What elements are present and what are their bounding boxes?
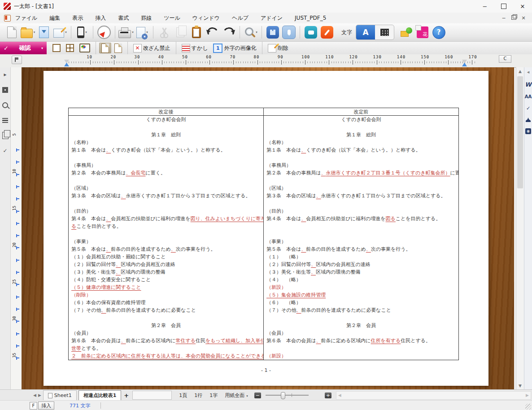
line-tick-icon [16,283,20,286]
tab-scroll-right-icon[interactable]: ▶ [38,393,41,397]
print-dropdown-icon[interactable]: ▾ [132,31,134,34]
maximize-button[interactable] [494,0,513,13]
open-dropdown-icon[interactable]: ▾ [34,31,35,34]
watermark-button[interactable]: すかし [179,43,210,53]
menu-file[interactable]: ファイル [15,14,37,22]
vertical-ruler[interactable]: 5101520253035 [11,67,22,389]
horizontal-ruler[interactable]: 1020304050607080901001101201301401501601… [0,54,532,68]
comment-button[interactable] [303,25,318,40]
clover-icon[interactable]: ❋ [525,128,531,134]
horizontal-scrollbar[interactable]: ◀ ▶ [336,391,531,400]
mode-switch-group: A [356,25,394,40]
viewer-button[interactable]: ▾ [74,25,90,40]
add-sheet-button[interactable]: + [124,392,129,399]
line-tick-icon [16,173,20,176]
left-tool-strip: ▸ ✓ [0,67,11,389]
document-page[interactable]: 改定後改定前くすのき町会会則くすのき町会会則第１章 総則第１章 総則（名称）（名… [44,71,488,386]
undo-button[interactable] [205,25,220,40]
table-cell: くすのき町会会則 [69,116,264,124]
doc-minimize-button[interactable]: − [499,15,509,21]
scroll-left-icon[interactable]: ◀ [338,393,341,397]
print-button[interactable]: ▾ [118,25,134,40]
menu-edit[interactable]: 編集 [49,14,60,22]
zoom-out-button[interactable]: − [254,393,261,398]
search-icon[interactable] [2,101,9,109]
tab-scroll-left-icon[interactable]: ◀ [33,393,36,397]
page-plain-button[interactable] [112,43,124,53]
shape-tool-button[interactable] [399,25,414,40]
expand-panel-icon[interactable]: ▸ [2,71,9,78]
ruler-c-button[interactable]: C [499,55,511,63]
zoom-icon [244,27,255,38]
print-settings-dropdown-icon[interactable]: ▾ [146,31,148,34]
doc-restore-button[interactable] [509,15,519,21]
paste-button[interactable] [189,25,204,40]
open-file-button[interactable]: ▾ [20,25,35,40]
hanako-button[interactable] [415,25,430,40]
delete-button[interactable]: 削除 [266,43,291,53]
close-button[interactable]: ✕ [513,0,532,13]
check-tool-icon[interactable]: ✓ [2,147,9,154]
menu-border[interactable]: 罫線 [141,14,152,22]
scroll-up-icon[interactable]: ▲ [516,67,524,75]
internet-button[interactable] [265,25,280,40]
tamper-protection-button[interactable]: 改ざん禁止 [131,43,173,53]
presentation-view-button[interactable] [77,43,92,53]
save-as-button[interactable]: ▾ [52,25,68,40]
collapse-panel-icon[interactable]: ◂ [527,69,530,75]
marker-button[interactable] [319,25,335,40]
page-layout-button[interactable] [99,43,111,53]
char-count: 771 文字 [70,402,91,409]
scroll-down-icon[interactable]: ▼ [516,382,524,389]
toolbar-separator [240,26,240,39]
zoom-slider[interactable] [266,392,309,398]
menu-addin[interactable]: アドイン [261,14,283,22]
list-view-icon[interactable] [2,117,9,124]
confirm-palette-button[interactable]: ✓ 確認 ▾ [0,42,47,54]
voice-button[interactable] [281,25,297,40]
new-document-button[interactable] [4,25,19,40]
zoom-button[interactable]: ▾ [243,25,258,40]
menu-tools[interactable]: ツール [164,14,180,22]
view-mode-dropdown[interactable]: 用紙全面▾ [225,392,248,399]
palette-dropdown-icon[interactable]: ▾ [41,46,43,50]
tab-flag-button[interactable] [12,56,22,64]
save-as-dropdown-icon[interactable]: ▾ [65,31,67,34]
redo-button[interactable] [221,25,236,40]
menu-help[interactable]: ヘルプ [232,14,249,22]
pages-icon[interactable] [2,132,9,139]
tab-sheet1[interactable]: Sheet1 [43,390,77,401]
doc-close-button[interactable]: ✕ [519,15,528,21]
word-art-icon[interactable]: W [525,81,531,88]
menu-insert[interactable]: 挿入 [95,14,106,22]
zoom-in-button[interactable]: + [325,393,331,398]
tile-view-icon[interactable] [2,86,9,93]
grid-mode-button[interactable] [375,25,394,39]
help-button[interactable]: ? [431,25,446,40]
save-button[interactable] [36,25,52,40]
zoom-slider-thumb[interactable] [281,392,285,399]
tab-comparison[interactable]: 相違点比較表1 [78,390,122,401]
vertical-scroll-thumb[interactable] [517,76,523,188]
font-size-icon[interactable]: AA [525,94,532,99]
multi-page-view-button[interactable] [64,43,76,53]
document-area[interactable]: 改定後改定前くすのき町会会則くすのき町会会則第１章 総則第１章 総則（名称）（名… [22,67,514,389]
zoom-dropdown-icon[interactable]: ▾ [256,31,257,34]
menu-window[interactable]: ウィンドウ [192,14,220,22]
menu-view[interactable]: 表示 [72,14,83,22]
vertical-scrollbar[interactable]: ▲ ▼ [516,67,524,389]
single-page-view-button[interactable] [50,43,63,53]
resize-grip[interactable] [525,404,531,410]
navigation-button[interactable] [96,25,112,40]
minimize-button[interactable]: − [475,0,494,13]
insert-mode-button[interactable]: 挿入 [38,401,54,410]
viewer-dropdown-icon[interactable]: ▾ [85,31,87,34]
gaiji-image-button[interactable]: 1 外字の画像化 [211,43,258,53]
menu-format[interactable]: 書式 [118,14,129,22]
stamp-icon[interactable] [526,118,531,122]
check-sidebar-icon[interactable]: ✓ [526,105,530,111]
menu-just-pdf[interactable]: JUST_PDF_5 [295,15,326,21]
text-mode-button[interactable]: A [356,25,375,39]
print-settings-button[interactable]: ▾ [135,25,150,40]
scroll-right-icon[interactable]: ▶ [526,393,529,397]
